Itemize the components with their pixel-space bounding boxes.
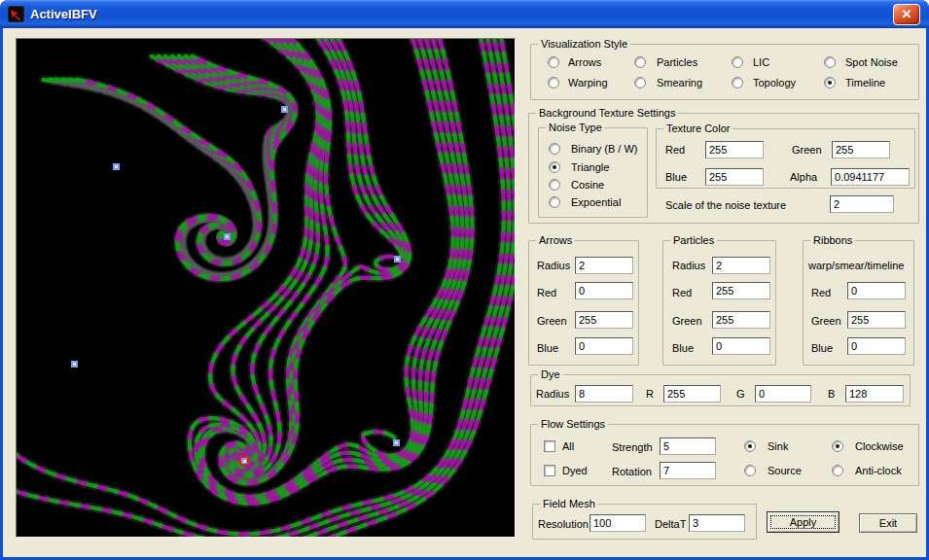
radius-label: Radius — [672, 260, 705, 272]
ribbons-note: warp/smear/timeline — [808, 260, 904, 272]
green-label: Green — [792, 144, 822, 157]
blue-label: Blue — [811, 342, 833, 355]
radio-cosine-label[interactable]: Cosine — [571, 179, 604, 192]
texture-blue-field[interactable] — [705, 168, 764, 186]
radio-anticlock[interactable] — [832, 465, 843, 476]
strength-field[interactable] — [660, 438, 716, 455]
dye-b-field[interactable] — [845, 385, 904, 402]
radio-anticlock-label[interactable]: Anti-clock — [855, 465, 902, 477]
radio-warping-label[interactable]: Warping — [568, 77, 608, 89]
ribbons-red-field[interactable] — [847, 282, 906, 299]
particles-radius-field[interactable] — [712, 257, 770, 274]
arrows-blue-field[interactable] — [575, 337, 633, 355]
resolution-label: Resolution — [538, 518, 589, 531]
flow-canvas[interactable] — [17, 39, 515, 537]
radio-binary-label[interactable]: Binary (B / W) — [571, 143, 637, 156]
resolution-field[interactable] — [590, 514, 646, 532]
red-label: Red — [811, 287, 831, 299]
arrows-radius-field[interactable] — [575, 257, 633, 274]
radio-triangle[interactable] — [549, 161, 560, 173]
radio-topology[interactable] — [732, 77, 743, 88]
rotation-label: Rotation — [612, 466, 652, 478]
exit-button-label: Exit — [879, 517, 897, 529]
particles-green-field[interactable] — [712, 311, 770, 329]
close-icon: ✕ — [902, 7, 912, 21]
radio-lic[interactable] — [732, 56, 743, 68]
rotation-field[interactable] — [660, 462, 716, 479]
radio-warping[interactable] — [548, 77, 559, 88]
red-label: Red — [537, 287, 556, 299]
radio-sink[interactable] — [744, 440, 756, 452]
ribbons-blue-field[interactable] — [847, 337, 906, 355]
radio-exponential-label[interactable]: Expoential — [571, 196, 621, 209]
radio-arrows-label[interactable]: Arrows — [568, 56, 601, 69]
texture-alpha-field[interactable] — [831, 168, 910, 186]
group-texture-color: Texture Color Red Green Blue Alpha — [656, 128, 915, 189]
close-button[interactable]: ✕ — [893, 4, 920, 25]
blue-label: Blue — [537, 342, 558, 355]
b-label: B — [828, 388, 835, 401]
group-label: Background Texture Settings — [536, 107, 678, 120]
dye-g-field[interactable] — [755, 385, 811, 402]
texture-green-field[interactable] — [832, 141, 890, 158]
all-checkbox-label[interactable]: All — [562, 440, 574, 453]
group-label: Field Mesh — [540, 498, 598, 510]
group-particles: Particles Radius Red Green Blue — [662, 240, 776, 366]
radio-smearing[interactable] — [634, 77, 646, 88]
radio-timeline[interactable] — [824, 77, 836, 88]
radio-sink-label[interactable]: Sink — [768, 440, 788, 453]
radio-smearing-label[interactable]: Smearing — [657, 77, 702, 89]
radius-label: Radius — [536, 388, 569, 401]
app-icon[interactable] — [8, 6, 24, 22]
radio-exponential[interactable] — [549, 196, 560, 208]
alpha-label: Alpha — [790, 171, 817, 184]
group-arrows: Arrows Radius Red Green Blue — [528, 240, 639, 366]
particles-red-field[interactable] — [712, 282, 770, 299]
group-visualization-style: Visualization Style Arrows Particles LIC… — [530, 44, 919, 100]
dyed-checkbox[interactable] — [544, 465, 555, 476]
group-label: Ribbons — [810, 234, 855, 247]
all-checkbox[interactable] — [544, 440, 555, 452]
exit-button[interactable]: Exit — [859, 513, 917, 533]
noise-scale-field[interactable] — [830, 195, 894, 213]
dye-r-field[interactable] — [663, 385, 721, 402]
group-label: Noise Type — [546, 122, 605, 134]
group-flow-settings: Flow Settings All Dyed Strength Rotation… — [530, 424, 919, 486]
radio-spot-noise-label[interactable]: Spot Noise — [845, 56, 898, 69]
arrows-green-field[interactable] — [575, 311, 633, 329]
deltat-field[interactable] — [689, 514, 745, 532]
group-ribbons: Ribbons warp/smear/timeline Red Green Bl… — [803, 240, 914, 366]
deltat-label: DeltaT — [655, 518, 686, 531]
radio-spot-noise[interactable] — [824, 56, 836, 68]
radio-topology-label[interactable]: Topology — [753, 77, 796, 89]
radio-triangle-label[interactable]: Triangle — [571, 161, 609, 174]
particles-blue-field[interactable] — [712, 337, 770, 355]
titlebar[interactable]: ActiveIBFV ✕ — [0, 0, 929, 28]
radio-arrows[interactable] — [548, 56, 559, 68]
radio-particles[interactable] — [634, 56, 646, 68]
r-label: R — [646, 388, 654, 401]
radio-clockwise-label[interactable]: Clockwise — [855, 440, 904, 453]
flow-viewport — [16, 38, 516, 538]
radio-source-label[interactable]: Source — [768, 465, 802, 477]
group-background-texture: Background Texture Settings Noise Type B… — [528, 113, 919, 224]
green-label: Green — [811, 315, 841, 328]
arrows-red-field[interactable] — [575, 282, 633, 299]
radio-binary[interactable] — [549, 143, 560, 155]
texture-red-field[interactable] — [705, 141, 764, 158]
radio-source[interactable] — [744, 465, 756, 476]
strength-label: Strength — [612, 441, 653, 454]
radio-lic-label[interactable]: LIC — [753, 56, 769, 69]
dye-radius-field[interactable] — [575, 385, 633, 402]
radio-timeline-label[interactable]: Timeline — [845, 77, 885, 89]
group-label: Texture Color — [663, 122, 732, 135]
ribbons-green-field[interactable] — [847, 311, 906, 329]
radio-cosine[interactable] — [549, 179, 560, 191]
blue-label: Blue — [665, 171, 687, 184]
apply-button[interactable]: Apply — [767, 511, 840, 533]
dyed-checkbox-label[interactable]: Dyed — [562, 465, 588, 477]
g-label: G — [736, 388, 745, 401]
group-label: Dye — [538, 368, 563, 381]
radio-clockwise[interactable] — [832, 440, 843, 452]
radio-particles-label[interactable]: Particles — [657, 56, 697, 69]
